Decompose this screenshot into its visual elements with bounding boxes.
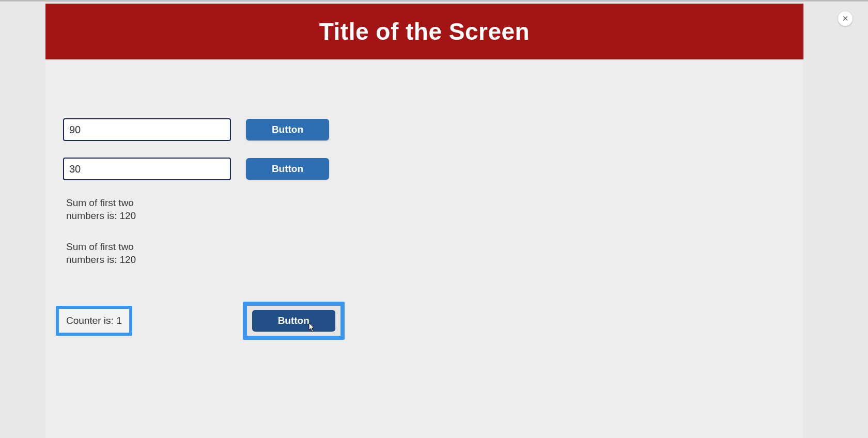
window-top-border [0, 0, 868, 2]
counter-box: Counter is: 1 [56, 306, 132, 336]
counter-button[interactable]: Button [252, 310, 335, 332]
number-input-1[interactable] [63, 118, 231, 141]
close-icon: ✕ [842, 14, 849, 23]
input-row-2: Button [63, 158, 786, 180]
counter-text: Counter is: 1 [66, 315, 122, 326]
input-row-1: Button [63, 118, 786, 141]
button-2[interactable]: Button [246, 158, 329, 180]
number-input-2[interactable] [63, 158, 231, 180]
header-bar: Title of the Screen [45, 4, 803, 59]
counter-button-highlight: Button [243, 302, 345, 340]
sum-label-1: Sum of first two numbers is: 120 [66, 197, 149, 222]
content-frame: Title of the Screen Button Button Sum of… [45, 4, 803, 438]
close-button[interactable]: ✕ [838, 11, 853, 26]
counter-row: Counter is: 1 Button [63, 302, 786, 340]
page-title: Title of the Screen [319, 18, 530, 45]
body-area: Button Button Sum of first two numbers i… [45, 59, 803, 340]
button-1[interactable]: Button [246, 119, 329, 140]
sum-label-2: Sum of first two numbers is: 120 [66, 241, 149, 266]
